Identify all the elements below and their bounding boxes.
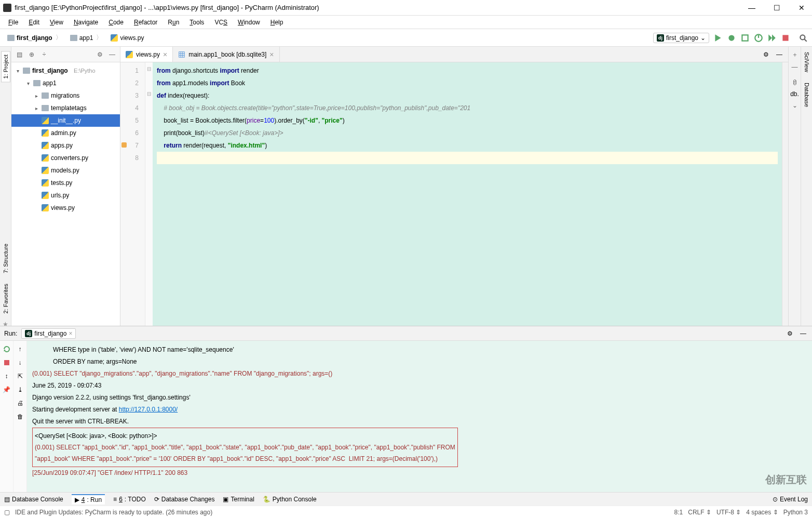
- restore-layout-button[interactable]: ↕: [3, 372, 11, 380]
- tree-migrations[interactable]: ▸migrations: [11, 89, 120, 102]
- stop-button[interactable]: [781, 33, 790, 43]
- clear-button[interactable]: 🗑: [16, 413, 24, 421]
- tree-root[interactable]: ▾first_django E:\Pytho: [11, 64, 120, 77]
- editor-hide-button[interactable]: —: [775, 50, 784, 59]
- tree-tests[interactable]: tests.py: [11, 177, 120, 189]
- db-icon[interactable]: 🛢: [790, 78, 800, 87]
- concurrency-button[interactable]: [767, 33, 777, 43]
- python-file-icon: [42, 154, 49, 162]
- python-file-icon: [42, 117, 49, 124]
- search-everywhere-button[interactable]: [799, 33, 808, 43]
- bottom-tab-db-console[interactable]: ▤ Database Console: [4, 496, 63, 503]
- collapse-all-button[interactable]: ÷: [39, 50, 49, 59]
- hide-right-button[interactable]: —: [790, 62, 800, 72]
- status-notification-icon[interactable]: ▢: [4, 509, 10, 516]
- print-button[interactable]: 🖨: [16, 399, 24, 407]
- down-button[interactable]: ↓: [16, 358, 24, 367]
- svg-rect-16: [4, 360, 9, 365]
- folder-icon: [70, 35, 77, 41]
- close-icon[interactable]: ×: [163, 50, 167, 59]
- hide-button[interactable]: —: [107, 50, 117, 59]
- bottom-tab-db-changes[interactable]: ⟳ Database Changes: [154, 496, 215, 503]
- menu-tools[interactable]: Tools: [185, 18, 208, 27]
- tree-admin[interactable]: admin.py: [11, 127, 120, 139]
- stop-button[interactable]: [3, 358, 11, 367]
- run-console[interactable]: WHERE type in ('table', 'view') AND NOT …: [27, 341, 812, 492]
- error-stripe[interactable]: [782, 62, 788, 326]
- add-datasource-button[interactable]: ＋: [790, 50, 800, 59]
- scroll-to-end-button[interactable]: ⤓: [16, 386, 24, 394]
- editor-tab-views[interactable]: views.py ×: [120, 47, 173, 62]
- status-indent[interactable]: 4 spaces ⇕: [746, 509, 778, 516]
- editor-tab-db[interactable]: main.app1_book [db.sqlite3] ×: [173, 47, 279, 62]
- status-interpreter[interactable]: Python 3: [783, 509, 808, 516]
- svg-marker-6: [772, 34, 776, 42]
- sidebar-tab-sciview[interactable]: SciView: [804, 52, 810, 72]
- django-icon: dj: [25, 330, 32, 337]
- menu-vcs[interactable]: VCS: [210, 18, 232, 27]
- run-hide-button[interactable]: —: [799, 329, 808, 338]
- breadcrumb-app[interactable]: app1〉: [67, 32, 107, 43]
- folder-icon: [23, 68, 30, 74]
- expand-all-button[interactable]: ⊕: [27, 50, 36, 59]
- run-configuration-selector[interactable]: dj first_django ⌄: [653, 33, 709, 43]
- folder-icon: [42, 105, 49, 111]
- breadcrumb-file[interactable]: views.py: [107, 33, 147, 43]
- sidebar-tab-database[interactable]: Database: [804, 83, 810, 107]
- soft-wrap-button[interactable]: ⇱: [16, 372, 24, 380]
- server-url-link[interactable]: http://127.0.0.1:8000/: [119, 406, 178, 413]
- project-view-selector[interactable]: ▤: [15, 50, 24, 59]
- tree-apps[interactable]: apps.py: [11, 139, 120, 152]
- bottom-tab-run[interactable]: ▶ 4: Run: [72, 494, 105, 504]
- menu-window[interactable]: Window: [234, 18, 264, 27]
- profile-button[interactable]: [754, 33, 763, 43]
- breadcrumb-root[interactable]: first_django〉: [4, 32, 66, 43]
- close-button[interactable]: ✕: [794, 3, 809, 13]
- menu-help[interactable]: Help: [266, 18, 288, 27]
- menu-navigate[interactable]: Navigate: [70, 18, 102, 27]
- settings-icon[interactable]: ⚙: [95, 50, 104, 59]
- debug-button[interactable]: [727, 33, 736, 43]
- tree-init[interactable]: __init__.py: [11, 114, 120, 127]
- code-editor[interactable]: from django.shortcuts import render from…: [153, 62, 782, 326]
- bottom-tab-todo[interactable]: ≡ 6: TODO: [113, 496, 146, 503]
- editor-settings-icon[interactable]: ⚙: [761, 50, 770, 59]
- tree-urls[interactable]: urls.py: [11, 189, 120, 202]
- rerun-button[interactable]: [3, 345, 11, 353]
- pin-button[interactable]: 📌: [3, 386, 11, 394]
- up-button[interactable]: ↑: [16, 345, 24, 353]
- menu-refactor[interactable]: Refactor: [130, 18, 161, 27]
- bottom-tab-python-console[interactable]: 🐍 Python Console: [263, 496, 317, 503]
- tree-models[interactable]: models.py: [11, 164, 120, 177]
- sidebar-tab-structure[interactable]: 7: Structure: [2, 241, 10, 276]
- status-encoding[interactable]: UTF-8 ⇕: [716, 509, 741, 516]
- table-icon: [178, 51, 185, 58]
- chevron-down-icon[interactable]: ⌄: [790, 101, 800, 110]
- run-tab-label: first_django: [34, 330, 66, 337]
- close-icon[interactable]: ×: [69, 330, 72, 337]
- run-button[interactable]: [713, 33, 723, 43]
- menu-edit[interactable]: Edit: [24, 18, 44, 27]
- maximize-button[interactable]: ☐: [769, 3, 784, 13]
- menu-file[interactable]: File: [4, 18, 22, 27]
- status-caret-pos[interactable]: 8:1: [674, 509, 683, 516]
- svg-line-9: [804, 39, 807, 42]
- menu-run[interactable]: Run: [164, 18, 183, 27]
- close-icon[interactable]: ×: [269, 50, 274, 59]
- bottom-tab-terminal[interactable]: ▣ Terminal: [223, 496, 254, 503]
- menu-view[interactable]: View: [46, 18, 67, 27]
- coverage-button[interactable]: [740, 33, 750, 43]
- bottom-tab-event-log[interactable]: ⊙ Event Log: [773, 496, 808, 503]
- sidebar-tab-project[interactable]: 1: Project: [1, 51, 10, 82]
- run-tab[interactable]: dj first_django ×: [21, 328, 76, 339]
- sidebar-tab-favorites[interactable]: 2: Favorites: [2, 281, 10, 316]
- tree-app1[interactable]: ▾app1: [11, 77, 120, 89]
- menu-code[interactable]: Code: [104, 18, 128, 27]
- svg-marker-0: [715, 34, 721, 42]
- tree-views[interactable]: views.py: [11, 202, 120, 214]
- tree-converters[interactable]: converters.py: [11, 152, 120, 164]
- status-line-sep[interactable]: CRLF ⇕: [688, 509, 711, 516]
- minimize-button[interactable]: —: [745, 3, 759, 13]
- tree-templatetags[interactable]: ▸templatetags: [11, 102, 120, 114]
- run-settings-icon[interactable]: ⚙: [785, 329, 794, 338]
